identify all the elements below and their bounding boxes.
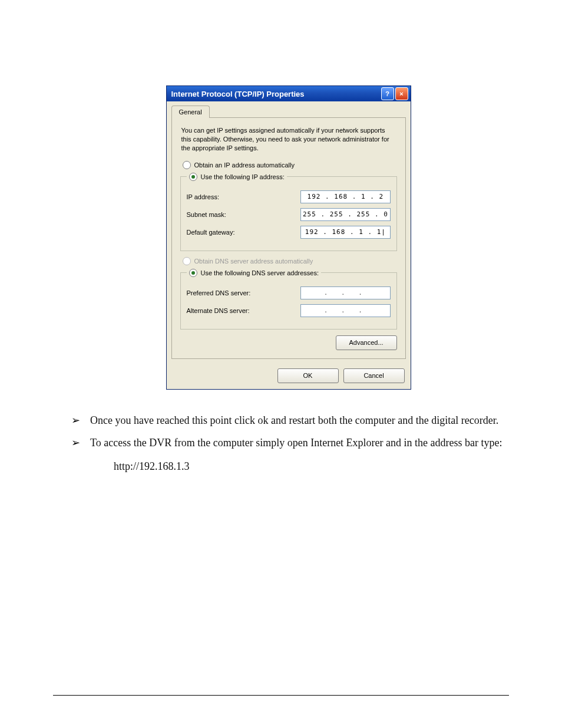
tab-general[interactable]: General xyxy=(171,106,210,118)
radio-obtain-dns-auto: Obtain DNS server address automatically xyxy=(183,257,397,265)
group-use-following-ip: Use the following IP address: IP address… xyxy=(180,173,397,251)
instruction-item-2: To access the DVR from the computer simp… xyxy=(68,436,509,450)
instruction-text-block: Once you have reached this point click o… xyxy=(68,413,509,474)
input-default-gateway[interactable]: 192 . 168 . 1 . 1| xyxy=(300,226,390,239)
radio-icon-disabled xyxy=(183,257,191,265)
advanced-button[interactable]: Advanced... xyxy=(336,335,397,350)
help-icon: ? xyxy=(385,90,389,97)
input-preferred-dns[interactable]: . . . xyxy=(300,286,390,299)
label-alternate-dns: Alternate DNS server: xyxy=(187,307,293,314)
help-button[interactable]: ? xyxy=(381,87,394,100)
input-alternate-dns[interactable]: . . . xyxy=(300,304,390,317)
button-label: Advanced... xyxy=(349,339,383,346)
radio-icon-selected xyxy=(189,269,197,277)
instruction-item-1: Once you have reached this point click o… xyxy=(68,413,509,427)
radio-label: Obtain an IP address automatically xyxy=(194,162,295,169)
input-ip-address[interactable]: 192 . 168 . 1 . 2 xyxy=(300,190,390,203)
label-default-gateway: Default gateway: xyxy=(187,229,293,236)
dialog-description: You can get IP settings assigned automat… xyxy=(181,126,396,153)
label-ip-address: IP address: xyxy=(187,193,293,200)
ok-button[interactable]: OK xyxy=(277,368,339,383)
radio-obtain-ip-auto[interactable]: Obtain an IP address automatically xyxy=(183,161,397,169)
radio-icon-unselected xyxy=(183,161,191,169)
radio-icon-selected xyxy=(189,173,197,181)
group-use-following-dns: Use the following DNS server addresses: … xyxy=(180,269,397,330)
tab-label: General xyxy=(179,108,202,116)
input-subnet-mask[interactable]: 255 . 255 . 255 . 0 xyxy=(300,208,390,221)
cancel-button[interactable]: Cancel xyxy=(343,368,405,383)
radio-label: Obtain DNS server address automatically xyxy=(194,258,313,265)
tab-general-body: You can get IP settings assigned automat… xyxy=(171,117,406,359)
label-subnet-mask: Subnet mask: xyxy=(187,211,293,218)
button-label: Cancel xyxy=(363,372,384,379)
dialog-title-bar[interactable]: Internet Protocol (TCP/IP) Properties ? … xyxy=(167,86,411,101)
radio-label: Use the following IP address: xyxy=(201,173,285,180)
close-button[interactable]: × xyxy=(395,87,408,100)
page-footer-rule xyxy=(53,695,509,696)
close-icon: × xyxy=(399,90,403,97)
label-preferred-dns: Preferred DNS server: xyxy=(187,289,293,297)
radio-label: Use the following DNS server addresses: xyxy=(201,269,319,276)
radio-use-following-ip[interactable]: Use the following IP address: xyxy=(189,173,285,181)
instruction-url: http://192.168.1.3 xyxy=(114,459,509,473)
dialog-title: Internet Protocol (TCP/IP) Properties xyxy=(171,90,305,98)
button-label: OK xyxy=(303,372,313,379)
radio-use-following-dns[interactable]: Use the following DNS server addresses: xyxy=(189,269,319,277)
tcpip-properties-dialog: Internet Protocol (TCP/IP) Properties ? … xyxy=(166,85,411,390)
